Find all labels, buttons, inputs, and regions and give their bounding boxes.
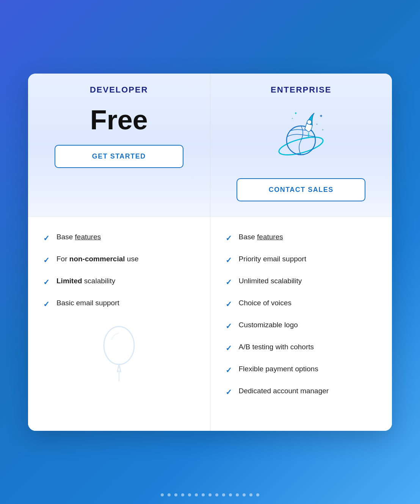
dot [215, 493, 218, 496]
check-icon: ✓ [226, 277, 232, 287]
dot [188, 493, 191, 496]
check-icon: ✓ [43, 233, 50, 243]
developer-title: DEVELOPER [90, 85, 148, 95]
check-icon: ✓ [43, 255, 50, 265]
feature-label: Customizable logo [239, 320, 298, 330]
contact-sales-button[interactable]: CONTACT SALES [237, 178, 365, 201]
svg-point-8 [104, 327, 134, 364]
dot [236, 493, 239, 496]
developer-price: Free [90, 106, 148, 133]
list-item: ✓ Choice of voices [226, 298, 377, 309]
svg-text:✦: ✦ [319, 113, 323, 119]
feature-label: Priority email support [239, 254, 306, 264]
feature-label: Choice of voices [239, 298, 291, 308]
list-item: ✓ Base features [43, 232, 195, 243]
list-item: ✓ Limited scalability [43, 276, 195, 287]
feature-label: Basic email support [56, 298, 119, 308]
feature-label: A/B testing with cohorts [239, 342, 314, 352]
check-icon: ✓ [226, 255, 232, 265]
list-item: ✓ For non-commercial use [43, 254, 195, 265]
dot [202, 493, 205, 496]
dot [181, 493, 184, 496]
list-item: ✓ Flexible payment options [226, 364, 377, 375]
check-icon: ✓ [226, 365, 232, 375]
dot [229, 493, 232, 496]
feature-label: Base features [56, 232, 101, 242]
check-icon: ✓ [226, 299, 232, 309]
enterprise-title: ENTERPRISE [271, 85, 332, 95]
features-link[interactable]: features [257, 233, 283, 241]
enterprise-header: ENTERPRISE ✦ [210, 74, 392, 217]
feature-label: Unlimited scalability [239, 276, 302, 286]
svg-text:×: × [316, 123, 318, 126]
dot [249, 493, 252, 496]
pricing-bottom: ✓ Base features ✓ For non-commercial use… [28, 217, 392, 431]
developer-features: ✓ Base features ✓ For non-commercial use… [28, 217, 210, 431]
dot [168, 493, 171, 496]
dot [208, 493, 212, 496]
dot [161, 493, 164, 496]
dot [243, 493, 246, 496]
svg-text:✦: ✦ [294, 111, 297, 115]
feature-label: For non-commercial use [56, 254, 138, 264]
developer-header: DEVELOPER Free GET STARTED [28, 74, 210, 217]
check-icon: ✓ [43, 299, 50, 309]
svg-point-2 [307, 120, 312, 124]
dot [195, 493, 198, 496]
enterprise-features: ✓ Base features ✓ Priority email support… [210, 217, 392, 431]
dots-row [0, 490, 420, 500]
check-icon: ✓ [226, 321, 232, 331]
svg-text:+: + [322, 128, 324, 132]
balloon-decoration [100, 325, 138, 382]
list-item: ✓ Basic email support [43, 298, 195, 309]
dot [174, 493, 177, 496]
check-icon: ✓ [43, 277, 50, 287]
list-item: ✓ Dedicated account manager [226, 386, 377, 397]
list-item: ✓ Priority email support [226, 254, 377, 265]
feature-label: Dedicated account manager [239, 386, 329, 396]
feature-label: Flexible payment options [239, 364, 318, 374]
list-item: ✓ Base features [226, 232, 377, 243]
list-item: ✓ A/B testing with cohorts [226, 342, 377, 353]
check-icon: ✓ [226, 343, 232, 353]
feature-label: Limited scalability [56, 276, 115, 286]
dot [256, 493, 259, 496]
pricing-top: DEVELOPER Free GET STARTED ENTERPRISE [28, 74, 392, 217]
list-item: ✓ Customizable logo [226, 320, 377, 331]
list-item: ✓ Unlimited scalability [226, 276, 377, 287]
rocket-icon: ✦ ✦ + + × [271, 106, 331, 167]
feature-label: Base features [239, 232, 283, 242]
svg-text:+: + [291, 117, 293, 120]
pricing-card: DEVELOPER Free GET STARTED ENTERPRISE [28, 74, 392, 431]
features-link[interactable]: features [75, 233, 101, 241]
dot [222, 493, 225, 496]
check-icon: ✓ [226, 387, 232, 397]
get-started-button[interactable]: GET STARTED [55, 145, 183, 168]
check-icon: ✓ [226, 233, 232, 243]
